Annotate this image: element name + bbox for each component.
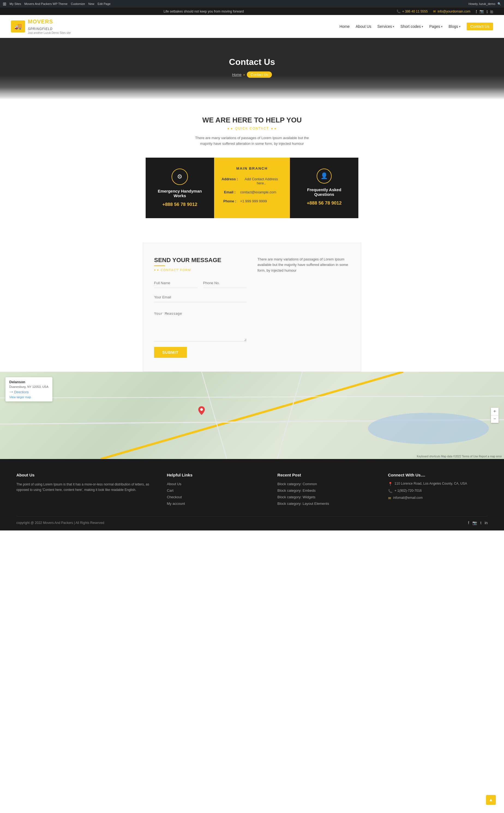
popup-directions: ⭢ Directions bbox=[9, 390, 49, 394]
nav-blogs-label: Blogs bbox=[449, 24, 458, 29]
recent-post-4-link[interactable]: Block category: Layout Elements bbox=[277, 502, 329, 506]
emergency-phone: +888 56 78 9012 bbox=[162, 202, 197, 207]
email-group bbox=[154, 292, 247, 302]
footer-instagram-icon[interactable]: 📷 bbox=[472, 521, 477, 525]
footer-link-cart-anchor[interactable]: Cart bbox=[167, 488, 174, 493]
nav-pages-label: Pages bbox=[429, 24, 440, 29]
fullname-input[interactable] bbox=[154, 278, 198, 288]
top-bar-tagline: Life setbakes should not keep you from m… bbox=[11, 10, 397, 13]
submit-button[interactable]: SUBMIT bbox=[154, 347, 187, 358]
message-textarea[interactable] bbox=[154, 309, 247, 341]
footer-recent-heading: Recent Post bbox=[277, 473, 377, 477]
phone-group bbox=[203, 278, 247, 288]
footer-link-checkout-anchor[interactable]: Checkout bbox=[167, 495, 182, 499]
form-row-name-phone bbox=[154, 278, 247, 288]
map-popup: Delanson Duanesburg, NY 12053, USA ⭢ Dir… bbox=[5, 377, 52, 401]
email-input[interactable] bbox=[154, 292, 247, 302]
admin-bar: ⊞ My Sites Movers And Packers WP Theme C… bbox=[0, 0, 504, 8]
main-branch-title: MAIN BRANCH bbox=[222, 166, 283, 170]
location-pin-icon: 📍 bbox=[388, 482, 392, 486]
admin-search-icon[interactable]: 🔍 bbox=[497, 2, 501, 6]
truck-icon: 🚚 bbox=[14, 23, 22, 30]
twitter-icon[interactable]: t bbox=[487, 9, 488, 13]
map-zoom-controls: + − bbox=[491, 408, 499, 423]
nav-home[interactable]: Home bbox=[340, 24, 350, 29]
popup-title: Delanson bbox=[9, 380, 49, 384]
logo-text: Movers Springfield Just another Luzuk De… bbox=[28, 18, 71, 35]
nav-services-label: Services bbox=[377, 24, 392, 29]
footer-recent: Recent Post Block category: Common Block… bbox=[277, 473, 377, 508]
my-sites-link[interactable]: My Sites bbox=[10, 2, 21, 5]
footer-link-account: My account bbox=[167, 501, 266, 506]
footer-linkedin-icon[interactable]: in bbox=[485, 521, 488, 525]
recent-post-2: Block category: Embeds bbox=[277, 488, 377, 493]
phone-number: + 386 40 11 5555 bbox=[402, 10, 428, 13]
admin-bar-left: ⊞ My Sites Movers And Packers WP Theme C… bbox=[3, 1, 110, 7]
quick-contact-label: QUICK CONTACT bbox=[11, 127, 493, 130]
copyright-text: copyright @ 2022 Movers And Packers | Al… bbox=[16, 521, 104, 525]
directions-link[interactable]: Directions bbox=[14, 390, 29, 394]
recent-post-2-link[interactable]: Block category: Embeds bbox=[277, 488, 316, 493]
address-label: Address : bbox=[222, 177, 238, 181]
hero-title: Contact Us bbox=[11, 57, 493, 67]
help-heading: WE ARE HERE TO HELP YOU bbox=[11, 116, 493, 124]
footer-link-account-anchor[interactable]: My account bbox=[167, 502, 185, 506]
footer-about-text: The point of using Lorem Ipsum is that i… bbox=[16, 482, 156, 493]
connect-phone-icon: 📞 bbox=[388, 489, 392, 493]
breadcrumb: Home » Contact Us bbox=[11, 71, 493, 78]
recent-post-3-link[interactable]: Block category: Widgets bbox=[277, 495, 315, 499]
customize-link[interactable]: Customize bbox=[71, 2, 85, 5]
footer-link-about: About Us bbox=[167, 482, 266, 486]
recent-post-1-link[interactable]: Block category: Common bbox=[277, 482, 317, 486]
footer: About Us The point of using Lorem Ipsum … bbox=[0, 459, 504, 530]
zoom-out-button[interactable]: − bbox=[491, 415, 499, 423]
linkedin-icon[interactable]: in bbox=[490, 9, 493, 13]
footer-connect-email: ✉ infomail@email.com bbox=[388, 496, 488, 500]
breadcrumb-home[interactable]: Home bbox=[232, 73, 242, 77]
facebook-icon[interactable]: f bbox=[476, 9, 477, 13]
nav-contact[interactable]: Contact Us bbox=[467, 23, 493, 30]
new-link[interactable]: New bbox=[88, 2, 94, 5]
branch-email-row: Email : contact@example.com bbox=[222, 190, 283, 194]
top-bar-contacts: 📞 + 386 40 11 5555 ✉ info@yourdomain.com… bbox=[397, 9, 493, 13]
fullname-group bbox=[154, 278, 198, 288]
wp-logo[interactable]: ⊞ bbox=[3, 1, 6, 7]
help-description: There are many variations of passages of… bbox=[189, 135, 315, 147]
footer-link-checkout: Checkout bbox=[167, 495, 266, 499]
form-left: SEND YOUR MESSAGE CONTACT FORM bbox=[154, 257, 247, 358]
phone-input[interactable] bbox=[203, 278, 247, 288]
nav-pages-dropdown[interactable]: Pages bbox=[429, 24, 443, 29]
nav-shortcodes-dropdown[interactable]: Short codes bbox=[400, 24, 423, 29]
help-section: WE ARE HERE TO HELP YOU QUICK CONTACT Th… bbox=[0, 100, 504, 243]
brand-location: Springfield bbox=[28, 27, 53, 31]
gear-circle-icon: ⚙ bbox=[177, 173, 182, 180]
contact-form-section: SEND YOUR MESSAGE CONTACT FORM bbox=[143, 243, 361, 372]
phone-label: Phone : bbox=[222, 199, 238, 203]
footer-about: About Us The point of using Lorem Ipsum … bbox=[16, 473, 156, 508]
footer-about-heading: About Us bbox=[16, 473, 156, 477]
nav-blogs-dropdown[interactable]: Blogs bbox=[449, 24, 461, 29]
map-section: Delanson Duanesburg, NY 12053, USA ⭢ Dir… bbox=[0, 372, 504, 459]
nav-about[interactable]: About Us bbox=[356, 24, 371, 29]
brand-name: Movers Springfield bbox=[28, 18, 71, 31]
instagram-icon[interactable]: 📷 bbox=[479, 9, 484, 13]
map-attribution: Keyboard shortcuts Map data ©2022 Terms … bbox=[417, 455, 502, 458]
map-pin[interactable] bbox=[198, 406, 205, 416]
email-address: info@yourdomain.com bbox=[437, 10, 470, 13]
theme-link[interactable]: Movers And Packers WP Theme bbox=[24, 2, 68, 5]
edit-page-link[interactable]: Edit Page bbox=[98, 2, 111, 5]
map-placeholder: Delanson Duanesburg, NY 12053, USA ⭢ Dir… bbox=[0, 372, 504, 459]
svg-line-2 bbox=[202, 372, 227, 459]
nav-services-dropdown[interactable]: Services bbox=[377, 24, 395, 29]
view-larger-map-link[interactable]: View larger map bbox=[9, 395, 49, 399]
logo-area: 🚚 Movers Springfield Just another Luzuk … bbox=[11, 18, 71, 35]
footer-link-about-anchor[interactable]: About Us bbox=[167, 482, 181, 486]
zoom-in-button[interactable]: + bbox=[491, 408, 499, 415]
footer-twitter-icon[interactable]: t bbox=[480, 521, 481, 525]
footer-facebook-icon[interactable]: f bbox=[468, 521, 469, 525]
faq-title: Frequently Asked Questions bbox=[296, 187, 352, 197]
form-yellow-line bbox=[154, 265, 165, 266]
footer-links: Helpful Links About Us Cart Checkout My … bbox=[167, 473, 266, 508]
logo-icon: 🚚 bbox=[11, 20, 25, 32]
phone-value: +1 999 999 9999 bbox=[240, 199, 267, 203]
